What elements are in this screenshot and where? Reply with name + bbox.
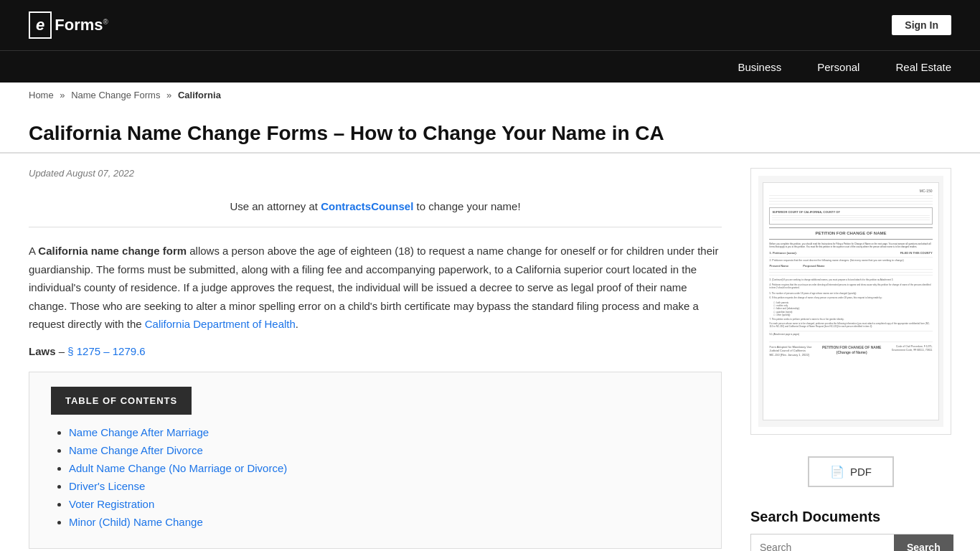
pdf-label: PDF (850, 466, 872, 478)
form-court-label: SUPERIOR COURT OF CALIFORNIA, COUNTY OF (772, 210, 929, 215)
form-col-petitioner: 1. Petitioner (name): (769, 251, 849, 255)
bold-phrase: California name change form (38, 245, 187, 257)
list-item: Minor (Child) Name Change (69, 516, 699, 528)
form-proposed-name: Proposed Name (803, 264, 824, 268)
nav-business[interactable]: Business (738, 61, 781, 73)
logo-box: e (29, 11, 52, 39)
form-image: MC-150 SUPERIOR COURT OF CALIFORNIA, COU… (758, 176, 943, 427)
toc-item-voter[interactable]: Voter Registration (69, 498, 154, 510)
form-footer-left: Form Adopted for Mandatory UseJudicial C… (769, 345, 811, 357)
form-footer-title: PETITION FOR CHANGE OF NAME(Change of Na… (822, 345, 882, 357)
ca-dept-link[interactable]: California Department of Health (145, 318, 296, 330)
page-title: California Name Change Forms – How to Ch… (29, 122, 951, 145)
toc-item-marriage[interactable]: Name Change After Marriage (69, 426, 209, 438)
main-content: Updated August 07, 2022 Use an attorney … (0, 154, 980, 551)
pdf-button[interactable]: 📄 PDF (808, 456, 894, 487)
laws-label: Laws (29, 345, 56, 357)
form-person-notice: For each person whose name is to be chan… (769, 323, 932, 329)
toc-item-minor[interactable]: Minor (Child) Name Change (69, 516, 203, 528)
updated-date: Updated August 07, 2022 (29, 168, 722, 179)
logo[interactable]: e Forms® (29, 11, 108, 39)
form-document: MC-150 SUPERIOR COURT OF CALIFORNIA, COU… (763, 182, 938, 421)
form-footer: Form Adopted for Mandatory UseJudicial C… (769, 345, 932, 357)
form-present-name: Present Name (769, 264, 788, 268)
breadcrumb-sep2: » (166, 90, 171, 100)
contracts-counsel-link[interactable]: ContractsCounsel (321, 200, 413, 212)
breadcrumb-current: California (178, 90, 221, 100)
logo-reg: ® (103, 18, 108, 26)
breadcrumb: Home » Name Change Forms » California (0, 83, 980, 108)
attorney-suffix: to change your name! (413, 200, 520, 212)
laws-section: Laws – § 1275 – 1279.6 (29, 345, 722, 357)
form-mc-number: MC-150 (769, 189, 932, 194)
nav-personal[interactable]: Personal (817, 61, 859, 73)
list-item: Name Change After Divorce (69, 444, 699, 456)
form-col-county: FILED IN THIS COUNTY (852, 251, 933, 255)
form-continued-text: 3. (Continued) If you are seeking to cha… (769, 279, 932, 282)
sign-in-button[interactable]: Sign In (892, 15, 951, 35)
search-docs-title: Search Documents (750, 509, 951, 525)
breadcrumb-sep1: » (60, 90, 65, 100)
attorney-banner: Use an attorney at ContractsCounsel to c… (29, 193, 722, 227)
site-header: e Forms® Sign In (0, 0, 980, 50)
toc-item-adult[interactable]: Adult Name Change (No Marriage or Divorc… (69, 462, 287, 474)
list-item: Name Change After Marriage (69, 426, 699, 438)
pdf-icon: 📄 (830, 465, 844, 479)
attorney-text: Use an attorney at (230, 200, 321, 212)
toc-box: TABLE OF CONTENTS Name Change After Marr… (29, 372, 722, 549)
form-petitioner-req: 4. Petitioner requires that the court is… (769, 284, 932, 290)
search-area: Search (750, 534, 951, 551)
form-attachments: 9-1 (Attachment page is pages) (769, 333, 932, 336)
form-petitioner-seeks: 7. This petition seeks to perform petiti… (769, 319, 932, 321)
search-input[interactable] (751, 534, 894, 551)
list-item: Driver's License (69, 480, 699, 492)
toc-item-divorce[interactable]: Name Change After Divorce (69, 444, 203, 456)
logo-e-letter: e (36, 16, 44, 34)
form-header-lines (769, 195, 932, 204)
form-instructions-text: Before you complete this petition, you s… (769, 242, 932, 248)
search-docs-section: Search Documents Search (750, 509, 951, 551)
form-request-text: 2. Petitioner requests that the court de… (769, 259, 932, 263)
form-persons-under18: 5. The number of persons under 18 years … (769, 292, 932, 295)
form-footer-right: Code of Civil Procedure, § 1275;Governme… (892, 345, 933, 357)
breadcrumb-name-change-forms[interactable]: Name Change Forms (71, 90, 160, 100)
nav-real-estate[interactable]: Real Estate (895, 61, 951, 73)
form-columns: 1. Petitioner (name): FILED IN THIS COUN… (769, 251, 932, 255)
toc-list: Name Change After Marriage Name Change A… (51, 426, 699, 528)
sidebar: MC-150 SUPERIOR COURT OF CALIFORNIA, COU… (750, 168, 951, 551)
form-checkboxes: ☐ both parents ☐ mother only ☐ father an… (769, 301, 932, 316)
list-item: Voter Registration (69, 498, 699, 510)
main-nav: Business Personal Real Estate (0, 50, 980, 83)
pdf-button-container: 📄 PDF (750, 449, 951, 494)
form-cb-other: ☐ other (specify): (773, 314, 932, 316)
form-col-headers: Present Name Proposed Name (769, 264, 932, 268)
page-title-area: California Name Change Forms – How to Ch… (0, 108, 980, 154)
list-item: Adult Name Change (No Marriage or Divorc… (69, 462, 699, 474)
content-area: Updated August 07, 2022 Use an attorney … (29, 168, 722, 551)
form-preview: MC-150 SUPERIOR COURT OF CALIFORNIA, COU… (750, 168, 951, 435)
laws-link[interactable]: § 1275 – 1279.6 (67, 345, 145, 357)
logo-forms-text: Forms® (55, 16, 108, 34)
main-paragraph: A California name change form allows a p… (29, 242, 722, 334)
breadcrumb-home[interactable]: Home (29, 90, 54, 100)
form-court-box: SUPERIOR COURT OF CALIFORNIA, COUNTY OF (769, 207, 932, 225)
toc-heading: TABLE OF CONTENTS (51, 387, 192, 415)
form-request-made-by: 6. If this petition requests the change … (769, 297, 932, 300)
form-petition-title: PETITION FOR CHANGE OF NAME (769, 227, 932, 239)
search-button[interactable]: Search (894, 534, 953, 551)
toc-item-drivers[interactable]: Driver's License (69, 480, 145, 492)
